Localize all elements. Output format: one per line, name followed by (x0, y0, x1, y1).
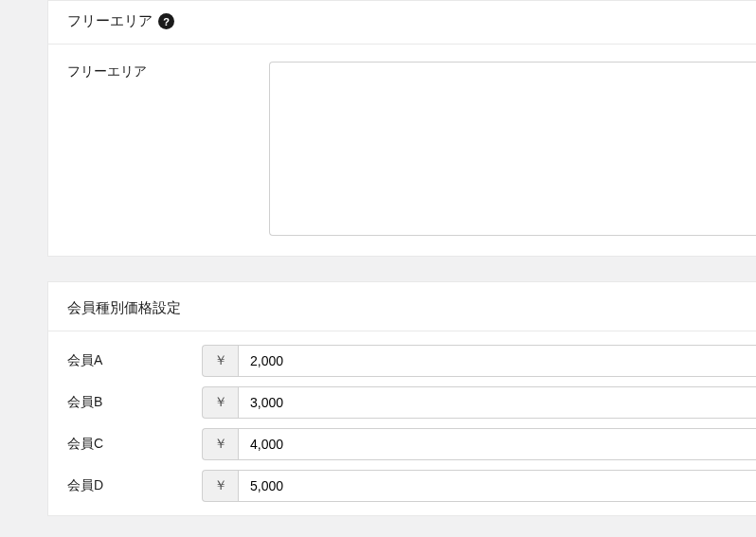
free-area-section-title: フリーエリア (67, 12, 153, 30)
free-area-row: フリーエリア (67, 62, 756, 239)
member-price-label: 会員C (67, 436, 202, 453)
member-price-input-group: ￥ (202, 386, 756, 419)
free-area-field-label: フリーエリア (67, 62, 269, 81)
member-price-label: 会員A (67, 352, 202, 369)
free-area-body: フリーエリア (48, 45, 756, 256)
svg-text:?: ? (163, 16, 170, 27)
yen-icon: ￥ (202, 470, 238, 502)
yen-icon: ￥ (202, 345, 238, 377)
member-pricing-body: 会員A ￥ 会員B ￥ 会員C ￥ 会員D ￥ (48, 331, 756, 515)
member-price-input-group: ￥ (202, 428, 756, 460)
member-pricing-panel: 会員種別価格設定 会員A ￥ 会員B ￥ 会員C ￥ 会員D (47, 281, 756, 516)
member-price-row: 会員C ￥ (67, 428, 756, 460)
member-price-row: 会員D ￥ (67, 470, 756, 502)
free-area-control (269, 62, 756, 239)
free-area-textarea[interactable] (269, 62, 756, 236)
free-area-panel: フリーエリア ? フリーエリア (47, 0, 756, 257)
free-area-header: フリーエリア ? (48, 1, 756, 45)
member-price-input-a[interactable] (238, 345, 756, 377)
member-pricing-section-title: 会員種別価格設定 (48, 282, 756, 331)
member-price-input-c[interactable] (238, 428, 756, 460)
member-price-row: 会員A ￥ (67, 345, 756, 377)
yen-icon: ￥ (202, 386, 238, 419)
member-price-label: 会員D (67, 477, 202, 494)
help-icon[interactable]: ? (158, 13, 174, 29)
member-price-input-d[interactable] (238, 470, 756, 502)
member-price-input-group: ￥ (202, 345, 756, 377)
member-price-row: 会員B ￥ (67, 386, 756, 419)
member-price-label: 会員B (67, 394, 202, 411)
yen-icon: ￥ (202, 428, 238, 460)
member-price-input-group: ￥ (202, 470, 756, 502)
member-price-input-b[interactable] (238, 386, 756, 419)
